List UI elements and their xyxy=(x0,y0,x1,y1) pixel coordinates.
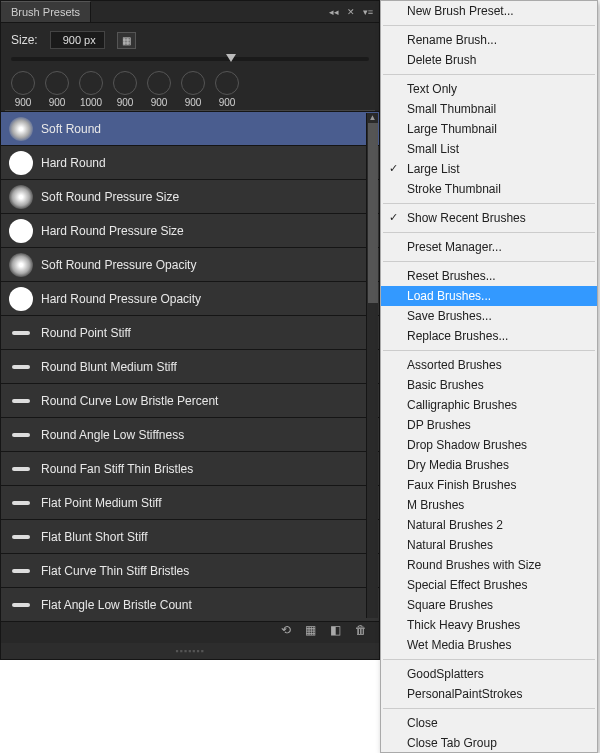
brush-label: Hard Round Pressure Opacity xyxy=(41,292,201,306)
menu-item[interactable]: Basic Brushes xyxy=(381,375,597,395)
flat-brush-icon xyxy=(12,467,30,471)
menu-item[interactable]: Dry Media Brushes xyxy=(381,455,597,475)
brush-preset-item[interactable]: Flat Curve Thin Stiff Bristles xyxy=(1,554,379,588)
brush-preset-item[interactable]: Round Fan Stiff Thin Bristles xyxy=(1,452,379,486)
menu-item[interactable]: Assorted Brushes xyxy=(381,355,597,375)
menu-item[interactable]: Show Recent Brushes xyxy=(381,208,597,228)
menu-item[interactable]: Faux Finish Brushes xyxy=(381,475,597,495)
menu-item[interactable]: Wet Media Brushes xyxy=(381,635,597,655)
flat-brush-icon xyxy=(12,365,30,369)
size-input[interactable]: 900 px xyxy=(50,31,105,49)
menu-item[interactable]: Drop Shadow Brushes xyxy=(381,435,597,455)
hard-round-icon xyxy=(9,287,33,311)
thumb-label: 900 xyxy=(113,97,137,108)
menu-item[interactable]: Save Brushes... xyxy=(381,306,597,326)
menu-item[interactable]: Small Thumbnail xyxy=(381,99,597,119)
menu-item[interactable]: GoodSplatters xyxy=(381,664,597,684)
brush-preset-item[interactable]: Round Blunt Medium Stiff xyxy=(1,350,379,384)
menu-item[interactable]: Reset Brushes... xyxy=(381,266,597,286)
menu-item[interactable]: Special Effect Brushes xyxy=(381,575,597,595)
toggle-preview-icon[interactable]: ▦ xyxy=(117,32,136,49)
brush-label: Round Angle Low Stiffness xyxy=(41,428,184,442)
menu-item[interactable]: Preset Manager... xyxy=(381,237,597,257)
recent-brush-thumb[interactable]: 1000 xyxy=(79,71,103,108)
brush-presets-panel: Brush Presets ◂◂ ✕ ▾≡ Size: 900 px ▦ 900… xyxy=(0,0,380,660)
menu-item[interactable]: PersonalPaintStrokes xyxy=(381,684,597,704)
flyout-menu-icon[interactable]: ▾≡ xyxy=(363,7,373,17)
recent-brush-thumb[interactable]: 900 xyxy=(215,71,239,108)
menu-item[interactable]: Stroke Thumbnail xyxy=(381,179,597,199)
brush-label: Flat Blunt Short Stiff xyxy=(41,530,148,544)
menu-item[interactable]: Round Brushes with Size xyxy=(381,555,597,575)
menu-item[interactable]: Calligraphic Brushes xyxy=(381,395,597,415)
slider-thumb-icon[interactable] xyxy=(226,54,236,62)
resize-grip[interactable]: ▪▪▪▪▪▪▪ xyxy=(1,643,379,659)
trash-icon[interactable]: 🗑 xyxy=(355,623,367,637)
brush-preset-item[interactable]: Flat Angle Low Bristle Count xyxy=(1,588,379,622)
brush-preset-item[interactable]: Round Angle Low Stiffness xyxy=(1,418,379,452)
brush-label: Soft Round Pressure Size xyxy=(41,190,179,204)
menu-item[interactable]: Replace Brushes... xyxy=(381,326,597,346)
create-icon[interactable]: ◧ xyxy=(330,623,341,637)
brush-circle-icon xyxy=(45,71,69,95)
menu-item[interactable]: Natural Brushes 2 xyxy=(381,515,597,535)
brush-label: Flat Curve Thin Stiff Bristles xyxy=(41,564,189,578)
brush-preset-item[interactable]: Hard Round Pressure Size xyxy=(1,214,379,248)
menu-item[interactable]: M Brushes xyxy=(381,495,597,515)
brush-preset-item[interactable]: Soft Round Pressure Opacity xyxy=(1,248,379,282)
menu-item[interactable]: Thick Heavy Brushes xyxy=(381,615,597,635)
menu-item[interactable]: New Brush Preset... xyxy=(381,1,597,21)
flat-brush-icon xyxy=(12,535,30,539)
recent-brush-thumb[interactable]: 900 xyxy=(45,71,69,108)
menu-item[interactable]: Close Tab Group xyxy=(381,733,597,753)
flat-brush-icon xyxy=(12,331,30,335)
menu-item[interactable]: Natural Brushes xyxy=(381,535,597,555)
size-slider[interactable] xyxy=(11,57,369,61)
brush-label: Round Curve Low Bristle Percent xyxy=(41,394,218,408)
loop-icon[interactable]: ⟲ xyxy=(281,623,291,637)
recent-brush-thumb[interactable]: 900 xyxy=(113,71,137,108)
brush-preset-item[interactable]: Soft Round xyxy=(1,112,379,146)
brush-circle-icon xyxy=(11,71,35,95)
brush-preset-item[interactable]: Round Point Stiff xyxy=(1,316,379,350)
menu-item[interactable]: Delete Brush xyxy=(381,50,597,70)
thumb-label: 900 xyxy=(181,97,205,108)
brush-swatch xyxy=(7,387,35,415)
brush-label: Hard Round Pressure Size xyxy=(41,224,184,238)
new-preset-icon[interactable]: ▦ xyxy=(305,623,316,637)
brush-swatch xyxy=(7,115,35,143)
menu-item[interactable]: Rename Brush... xyxy=(381,30,597,50)
menu-separator xyxy=(383,232,595,233)
menu-item[interactable]: Small List xyxy=(381,139,597,159)
scrollbar[interactable]: ▲ xyxy=(366,113,378,618)
menu-item[interactable]: DP Brushes xyxy=(381,415,597,435)
recent-brush-thumb[interactable]: 900 xyxy=(181,71,205,108)
collapse-icon[interactable]: ◂◂ xyxy=(329,7,339,17)
brush-preset-item[interactable]: Round Curve Low Bristle Percent xyxy=(1,384,379,418)
brush-preset-item[interactable]: Flat Point Medium Stiff xyxy=(1,486,379,520)
brush-label: Soft Round xyxy=(41,122,101,136)
panel-tab[interactable]: Brush Presets xyxy=(1,1,91,22)
brush-swatch xyxy=(7,319,35,347)
brush-preset-item[interactable]: Hard Round Pressure Opacity xyxy=(1,282,379,316)
menu-item[interactable]: Square Brushes xyxy=(381,595,597,615)
brush-preset-item[interactable]: Soft Round Pressure Size xyxy=(1,180,379,214)
recent-brush-thumb[interactable]: 900 xyxy=(147,71,171,108)
menu-item[interactable]: Text Only xyxy=(381,79,597,99)
brush-preset-item[interactable]: Hard Round xyxy=(1,146,379,180)
menu-item[interactable]: Load Brushes... xyxy=(381,286,597,306)
menu-item[interactable]: Close xyxy=(381,713,597,733)
close-icon[interactable]: ✕ xyxy=(347,7,355,17)
brush-swatch xyxy=(7,251,35,279)
brush-circle-icon xyxy=(147,71,171,95)
brush-circle-icon xyxy=(215,71,239,95)
flyout-menu: New Brush Preset...Rename Brush...Delete… xyxy=(380,0,598,753)
recent-brush-thumb[interactable]: 900 xyxy=(11,71,35,108)
scroll-thumb[interactable] xyxy=(368,123,378,303)
brush-preset-item[interactable]: Flat Blunt Short Stiff xyxy=(1,520,379,554)
menu-item[interactable]: Large Thumbnail xyxy=(381,119,597,139)
scroll-up-icon[interactable]: ▲ xyxy=(367,113,378,122)
menu-item[interactable]: Large List xyxy=(381,159,597,179)
brush-label: Round Blunt Medium Stiff xyxy=(41,360,177,374)
thumb-label: 1000 xyxy=(79,97,103,108)
